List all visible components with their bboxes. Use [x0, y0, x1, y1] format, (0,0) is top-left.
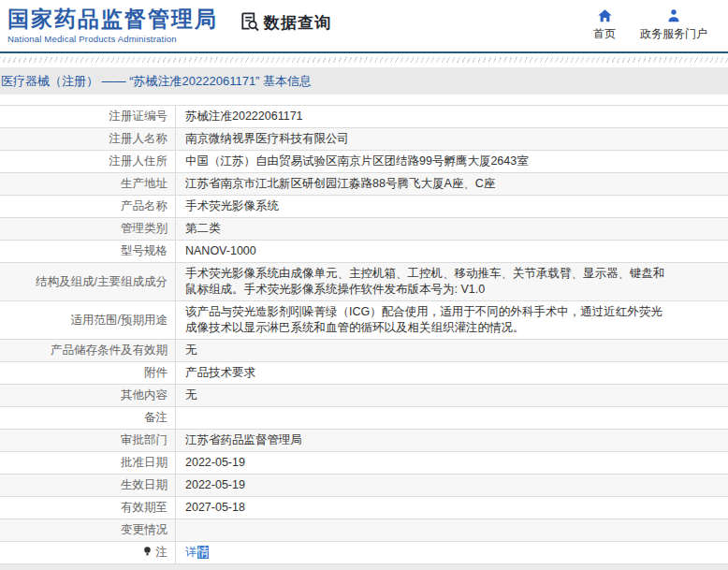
table-row: 结构及组成/主要组成成分手术荧光影像系统由成像单元、主控机箱、工控机、移动推车、… [0, 263, 728, 301]
logo-title: 国家药品监督管理局 [7, 7, 218, 31]
row-value [176, 407, 728, 429]
row-value: 手术荧光影像系统 [176, 196, 728, 217]
table-row: 有效期至2027-05-18 [0, 497, 728, 519]
row-value-text: 南京微纳视界医疗科技有限公司 [185, 131, 349, 147]
row-value-text: 无 [185, 343, 197, 358]
row-label: 注册人名称 [0, 128, 176, 150]
row-value: 2022-05-19 [176, 475, 728, 496]
row-value-text: 无 [185, 387, 197, 403]
row-label-text: 注册证编号 [109, 109, 168, 124]
table-row: 管理类别第二类 [0, 218, 728, 241]
row-value: 第二类 [176, 218, 728, 240]
row-value: 该产品与荧光造影剂吲哚菁绿（ICG）配合使用，适用于不同的外科手术中，通过近红外… [176, 301, 728, 339]
row-label-text: 型号规格 [121, 243, 167, 259]
row-label: 结构及组成/主要组成成分 [0, 263, 176, 300]
table-row: 生效日期2022-05-19 [0, 475, 728, 497]
row-value: 苏械注准20222061171 [176, 106, 728, 127]
row-value: 中国（江苏）自由贸易试验区南京片区团结路99号孵鹰大厦2643室 [176, 151, 728, 172]
home-icon [597, 8, 613, 23]
doc-search-icon [239, 10, 260, 36]
row-value-text: 苏械注准20222061171 [185, 109, 303, 124]
row-value: 无 [176, 340, 728, 361]
table-row: 适用范围/预期用途该产品与荧光造影剂吲哚菁绿（ICG）配合使用，适用于不同的外科… [0, 301, 728, 340]
row-label-text: 备注 [144, 410, 167, 426]
row-label-text: 批准日期 [121, 455, 167, 471]
detail-link[interactable]: 详情 [185, 545, 209, 561]
row-label-text: 附件 [144, 365, 167, 381]
row-label-text: 注册人住所 [109, 153, 168, 169]
row-value-text: 2027-05-18 [185, 500, 245, 516]
table-row: 注详情 [0, 542, 728, 564]
data-query-title: 数据查询 [239, 10, 331, 35]
row-label-text: 注 [156, 545, 168, 561]
row-value: 2022-05-19 [176, 452, 728, 474]
row-value [176, 519, 728, 541]
table-row: 备注 [0, 407, 728, 430]
row-value-text: 中国（江苏）自由贸易试验区南京片区团结路99号孵鹰大厦2643室 [185, 153, 529, 169]
row-label: 变更情况 [0, 519, 176, 541]
note-icon [143, 546, 152, 562]
row-label: 注册证编号 [0, 106, 176, 127]
row-label-text: 其他内容 [121, 387, 167, 403]
row-label-text: 结构及组成/主要组成成分 [36, 274, 167, 290]
row-value: 无 [176, 385, 728, 406]
row-label: 附件 [0, 362, 176, 384]
row-label: 审批部门 [0, 430, 176, 451]
row-label-text: 产品名称 [121, 198, 167, 214]
breadcrumb: 医疗器械（注册） —— “苏械注准20222061171” 基本信息 [1, 73, 312, 90]
header-nav: 首页 政务服务门户 [593, 8, 707, 51]
nav-gov-portal[interactable]: 政务服务门户 [640, 8, 707, 40]
row-label: 注 [0, 542, 176, 563]
row-label-text: 生产地址 [121, 176, 167, 192]
row-value: 详情 [176, 542, 728, 563]
table-row: 生产地址江苏省南京市江北新区研创园江淼路88号腾飞大厦A座、C座 [0, 173, 728, 196]
row-value: 江苏省药品监督管理局 [176, 430, 728, 451]
row-value-text: 2022-05-19 [185, 455, 245, 471]
nav-home[interactable]: 首页 [593, 8, 616, 40]
table-row: 产品名称手术荧光影像系统 [0, 196, 728, 218]
row-label: 产品名称 [0, 196, 176, 217]
row-value: 手术荧光影像系统由成像单元、主控机箱、工控机、移动推车、关节承载臂、显示器、键盘… [176, 263, 728, 300]
data-query-label: 数据查询 [264, 12, 331, 34]
page-header: 国家药品监督管理局 National Medical Products Admi… [0, 0, 728, 51]
row-value-text: 手术荧光影像系统 [185, 198, 279, 214]
logo-subtitle: National Medical Products Administration [7, 34, 218, 44]
row-label-text: 适用范围/预期用途 [71, 313, 167, 329]
row-value-text: 第二类 [185, 221, 221, 237]
row-label: 管理类别 [0, 218, 176, 240]
table-row: 型号规格NANOV-1000 [0, 241, 728, 263]
row-value: 南京微纳视界医疗科技有限公司 [176, 128, 728, 150]
row-value-text: 2022-05-19 [185, 477, 245, 493]
row-label-text: 审批部门 [121, 432, 167, 448]
row-label: 适用范围/预期用途 [0, 301, 176, 339]
row-value: 江苏省南京市江北新区研创园江淼路88号腾飞大厦A座、C座 [176, 173, 728, 195]
table-row: 注册人名称南京微纳视界医疗科技有限公司 [0, 128, 728, 151]
table-row: 产品储存条件及有效期无 [0, 340, 728, 362]
nav-gov-portal-label: 政务服务门户 [640, 26, 707, 42]
breadcrumb-bar: 医疗器械（注册） —— “苏械注准20222061171” 基本信息 [0, 67, 728, 95]
row-value-text: 江苏省药品监督管理局 [185, 432, 302, 448]
row-value-text: NANOV-1000 [185, 243, 256, 259]
info-table: 注册证编号苏械注准20222061171注册人名称南京微纳视界医疗科技有限公司注… [0, 105, 728, 564]
nmpa-logo[interactable]: 国家药品监督管理局 National Medical Products Admi… [7, 7, 218, 51]
row-value-text: 江苏省南京市江北新区研创园江淼路88号腾飞大厦A座、C座 [185, 176, 495, 192]
row-label: 产品储存条件及有效期 [0, 340, 176, 361]
row-label: 生效日期 [0, 475, 176, 496]
table-row: 其他内容无 [0, 385, 728, 407]
row-label: 生产地址 [0, 173, 176, 195]
table-row: 附件产品技术要求 [0, 362, 728, 385]
row-label: 备注 [0, 407, 176, 429]
row-label-text: 有效期至 [121, 500, 167, 516]
table-row: 注册人住所中国（江苏）自由贸易试验区南京片区团结路99号孵鹰大厦2643室 [0, 151, 728, 173]
row-value: 2027-05-18 [176, 497, 728, 519]
table-row: 变更情况 [0, 519, 728, 542]
person-icon [666, 8, 681, 23]
row-value-text: 产品技术要求 [185, 365, 255, 381]
table-row: 审批部门江苏省药品监督管理局 [0, 430, 728, 452]
row-label: 批准日期 [0, 452, 176, 474]
row-value: NANOV-1000 [176, 241, 728, 262]
row-label-text: 管理类别 [121, 221, 167, 237]
white-gap [0, 95, 728, 105]
table-row: 注册证编号苏械注准20222061171 [0, 106, 728, 128]
row-label: 其他内容 [0, 385, 176, 406]
